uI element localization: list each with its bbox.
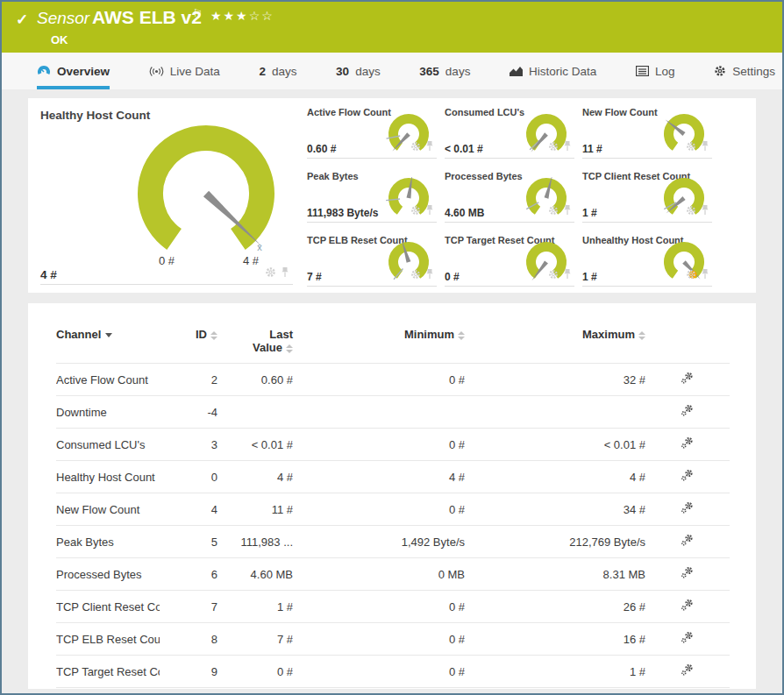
table-row: Healthy Host Count04 #4 #4 # [56,461,730,493]
gauge-pin-icon[interactable] [425,267,434,283]
gauge-value: 0 # [445,271,460,283]
channel-settings-gears-icon[interactable] [681,501,695,514]
divider [307,286,437,287]
gauge-actions [410,203,434,219]
gauge-title: Active Flow Count [307,107,391,117]
gauge-settings-gear-icon[interactable] [686,203,696,219]
channel-settings-gears-icon[interactable] [681,469,695,482]
cell-minimum: 0 # [293,493,465,526]
cell-channel: Consumed LCU's [56,429,160,461]
cell-maximum: 26 # [465,591,645,623]
divider [445,222,574,223]
tab-30-days[interactable]: 30days [336,53,381,89]
gauge-active-flow-count[interactable]: Active Flow Count0.60 # [307,105,445,169]
main-gauge-value: 4 # [40,268,57,281]
tab-2-days[interactable]: 2days [259,53,296,89]
cell-actions [645,461,730,493]
gauge-pin-icon[interactable] [425,139,434,155]
gauge-actions [548,139,572,155]
tab-live-data[interactable]: Live Data [149,53,220,89]
gauge-pin-icon[interactable] [701,203,709,219]
cell-last-value: 11 # [217,493,293,526]
gauge-actions [410,267,434,283]
cell-minimum: 0 # [293,656,465,688]
gauge-pin-icon[interactable] [563,203,572,219]
gauge-value: 111,983 Byte/s [307,207,378,219]
gauge-actions [686,139,709,155]
gauge-peak-bytes[interactable]: Peak Bytes111,983 Byte/s [307,169,445,233]
gauge-pin-icon[interactable] [281,266,289,281]
cell-id: 2 [160,364,217,396]
cell-id: -4 [160,396,217,429]
gauge-processed-bytes[interactable]: Processed Bytes4.60 MB [445,169,582,233]
channel-settings-gears-icon[interactable] [681,404,695,417]
gauge-settings-gear-icon[interactable] [548,139,559,155]
gauge-settings-gear-icon[interactable] [410,139,421,155]
channel-settings-gears-icon[interactable] [681,631,695,644]
column-header-minimum[interactable]: Minimum [293,328,465,364]
gauge-pin-icon[interactable] [701,139,709,155]
cell-channel: Peak Bytes [56,526,160,558]
log-icon [636,66,649,76]
cell-minimum: 1 # [293,688,465,690]
gauge-tcp-target-reset-count[interactable]: TCP Target Reset Count0 # [445,233,582,297]
cell-maximum: 1 # [465,688,645,690]
gauge-title: New Flow Count [582,107,658,117]
gauge-pin-icon[interactable] [701,267,709,283]
svg-text:x̄: x̄ [257,242,262,252]
tab-overview[interactable]: Overview [37,53,110,89]
column-header-channel[interactable]: Channel [56,328,160,364]
cell-last-value [217,396,293,429]
cell-id: 0 [160,461,217,493]
cell-id: 4 [160,493,217,526]
channel-settings-gears-icon[interactable] [681,599,695,612]
cell-maximum [465,396,645,429]
channel-settings-gears-icon[interactable] [681,566,695,579]
cell-last-value: < 0.01 # [217,429,293,461]
star-rating[interactable]: ★★★☆☆ [210,9,274,23]
status-ok-check-icon: ✓ [16,11,28,29]
gauge-tcp-elb-reset-count[interactable]: TCP ELB Reset Count7 # [307,233,445,297]
cell-maximum: 34 # [465,493,645,526]
channel-settings-gears-icon[interactable] [681,436,695,450]
cell-actions [645,429,730,461]
cell-id: 3 [160,429,217,461]
gauge-settings-gear-icon[interactable] [548,267,559,283]
gauge-settings-gear-icon[interactable] [686,139,696,155]
channel-settings-gears-icon[interactable] [681,372,695,385]
gauge-pin-icon[interactable] [563,139,572,155]
cell-channel: TCP Target Reset Count [56,656,160,688]
channel-settings-gears-icon[interactable] [681,663,695,677]
column-header-maximum[interactable]: Maximum [465,328,645,364]
column-header-last-value[interactable]: Last Value [217,328,293,364]
channels-table: Channel ID Last Value Minimum Maximum [56,328,730,689]
channel-settings-gears-icon[interactable] [681,534,695,547]
table-row: Processed Bytes64.60 MB0 MB8.31 MB [56,558,730,591]
gauges-panel: Healthy Host Count x̄ 0 # 4 # 4 # Active… [28,98,756,293]
gauge-tcp-client-reset-count[interactable]: TCP Client Reset Count1 # [582,169,720,233]
tab-log[interactable]: Log [636,53,675,89]
gauge-consumed-lcu-s[interactable]: Consumed LCU's< 0.01 # [445,105,582,169]
gauge-settings-gear-icon[interactable] [548,203,559,219]
gauge-settings-gear-icon[interactable] [410,203,421,219]
gauge-unhealthy-host-count[interactable]: Unhealthy Host Count1 # [582,233,720,297]
gauge-pin-icon[interactable] [563,267,572,283]
tab-365-days[interactable]: 365days [419,53,470,89]
gauge-settings-gear-icon[interactable] [265,266,276,281]
gauge-settings-gear-icon[interactable] [686,267,696,283]
column-header-id[interactable]: ID [160,328,217,364]
gauge-pin-icon[interactable] [425,203,434,219]
cell-minimum: 1,492 Byte/s [293,526,465,558]
status-badge: OK [51,33,68,46]
tab-historic-data[interactable]: Historic Data [510,53,596,89]
gauge-actions [548,267,572,283]
gauge-icon [37,65,51,77]
cell-id: 7 [160,591,217,623]
gauge-settings-gear-icon[interactable] [410,267,421,283]
divider [582,286,712,287]
tab-settings[interactable]: Settings [714,53,775,89]
gauge-new-flow-count[interactable]: New Flow Count11 # [582,105,720,169]
main-gauge-healthy-host-count[interactable]: Healthy Host Count x̄ 0 # 4 # 4 # [28,98,317,293]
table-row: New Flow Count411 #0 #34 # [56,493,730,526]
flag-icon[interactable]: ⚐ [193,7,203,19]
